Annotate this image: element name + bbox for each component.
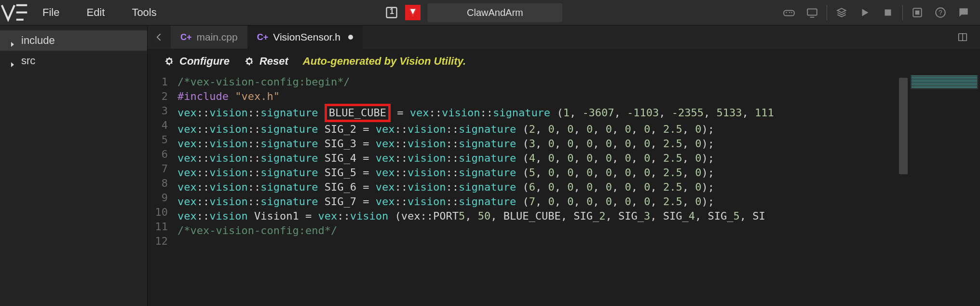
tree-item-include[interactable]: include <box>0 30 147 51</box>
tab-main-cpp[interactable]: C+ main.cpp <box>171 26 247 49</box>
configure-label: Configure <box>179 55 230 68</box>
configbar: Configure Reset Auto-generated by Vision… <box>148 49 980 74</box>
tab-label: VisionSensor.h <box>273 31 340 43</box>
cpp-file-icon: C+ <box>180 32 192 42</box>
tabbar: C+ main.cpp C+ VisionSensor.h <box>148 26 980 49</box>
screen-icon[interactable] <box>801 1 824 24</box>
build-icon[interactable] <box>830 1 853 24</box>
vertical-scrollbar[interactable] <box>899 77 908 306</box>
svg-rect-1 <box>807 9 817 15</box>
split-editor-icon[interactable] <box>951 26 974 49</box>
tree-label: include <box>21 34 55 47</box>
file-tree: include src <box>0 26 148 306</box>
code-area[interactable]: /*vex-vision-config:begin*/#include "vex… <box>177 74 908 306</box>
feedback-icon[interactable] <box>952 1 975 24</box>
devices-icon[interactable] <box>906 1 929 24</box>
project-title[interactable]: ClawAndArm <box>427 3 562 22</box>
cpp-file-icon: C+ <box>257 32 269 42</box>
chevron-right-icon <box>10 38 15 43</box>
stop-icon[interactable] <box>876 1 899 24</box>
dirty-indicator-icon <box>348 35 353 40</box>
configure-button[interactable]: Configure <box>164 55 230 68</box>
menu-tools[interactable]: Tools <box>118 0 170 25</box>
autogen-note: Auto-generated by Vision Utility. <box>303 55 466 68</box>
app-logo <box>0 3 29 22</box>
menubar-center: 1 ClawAndArm <box>385 3 562 22</box>
reset-label: Reset <box>259 55 288 68</box>
svg-rect-2 <box>885 10 891 16</box>
help-icon[interactable]: ? <box>929 1 952 24</box>
reset-button[interactable]: Reset <box>244 55 288 68</box>
svg-text:?: ? <box>939 9 942 16</box>
tab-label: main.cpp <box>197 31 238 43</box>
tab-visionsensor-h[interactable]: C+ VisionSensor.h <box>247 26 363 49</box>
editor[interactable]: 123456789101112 /*vex-vision-config:begi… <box>148 74 980 306</box>
slot-icon[interactable]: 1 <box>385 6 398 19</box>
separator <box>902 5 903 20</box>
vex-brand-icon <box>405 5 421 20</box>
menubar-right: ? <box>777 1 980 24</box>
gear-icon <box>164 56 175 67</box>
workspace: include src C+ main.cpp C+ VisionSensor.… <box>0 26 980 306</box>
controller-icon[interactable] <box>777 1 801 24</box>
menu-edit[interactable]: Edit <box>73 0 118 25</box>
gutter: 123456789101112 <box>148 74 177 306</box>
svg-rect-4 <box>915 11 920 15</box>
back-button[interactable] <box>148 26 171 49</box>
play-icon[interactable] <box>853 1 876 24</box>
chevron-right-icon <box>10 58 15 64</box>
minimap[interactable] <box>908 74 980 306</box>
tree-item-src[interactable]: src <box>0 51 147 71</box>
main-panel: C+ main.cpp C+ VisionSensor.h Configure … <box>148 26 980 306</box>
menu-file[interactable]: File <box>29 0 73 25</box>
menubar: File Edit Tools 1 ClawAndArm ? <box>0 0 980 26</box>
separator <box>827 5 827 20</box>
gear-icon <box>244 56 255 67</box>
tree-label: src <box>21 55 35 67</box>
